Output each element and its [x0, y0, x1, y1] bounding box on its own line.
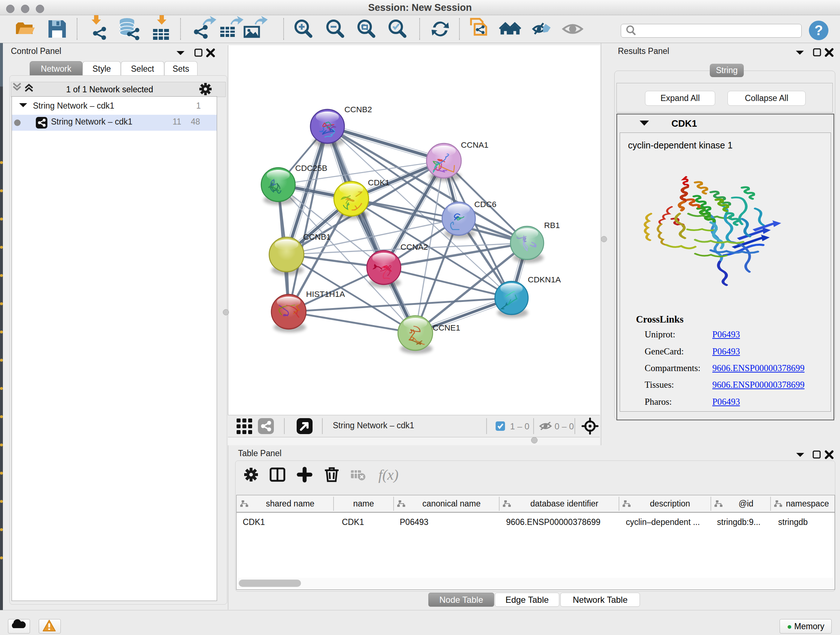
svg-text:CDKN1A: CDKN1A	[528, 275, 561, 284]
svg-text:?: ?	[814, 23, 823, 38]
svg-text:CCNA1: CCNA1	[461, 141, 488, 149]
svg-text:canonical name: canonical name	[422, 499, 480, 508]
svg-text:CDC6: CDC6	[474, 200, 496, 209]
svg-text:CDK1: CDK1	[368, 178, 390, 187]
svg-text:CDK1: CDK1	[243, 517, 265, 527]
svg-text:stringdb:9...: stringdb:9...	[717, 517, 760, 527]
svg-text:HIST1H1A: HIST1H1A	[306, 290, 345, 299]
svg-text:P06493: P06493	[400, 517, 428, 527]
svg-text:0 – 0: 0 – 0	[554, 421, 574, 431]
svg-text:description: description	[650, 499, 690, 508]
svg-text:database identifier: database identifier	[531, 499, 598, 508]
svg-text:CCNB2: CCNB2	[344, 105, 372, 114]
svg-text:shared name: shared name	[266, 499, 314, 508]
svg-text:CDC25B: CDC25B	[295, 164, 327, 173]
svg-text:CCNE1: CCNE1	[433, 323, 460, 333]
svg-text:1 – 0: 1 – 0	[510, 421, 529, 431]
svg-text:CCNA2: CCNA2	[401, 242, 428, 252]
svg-text:cyclin–dependent ...: cyclin–dependent ...	[626, 517, 700, 527]
svg-text:namespace: namespace	[786, 499, 829, 508]
svg-text:f(x): f(x)	[378, 467, 399, 483]
svg-text:stringdb: stringdb	[778, 517, 808, 527]
svg-text:name: name	[353, 499, 374, 508]
svg-text:CDK1: CDK1	[342, 517, 364, 527]
svg-text:9606.ENSP00000378699: 9606.ENSP00000378699	[506, 517, 600, 527]
svg-text:@id: @id	[738, 499, 753, 508]
svg-text:CCNB1: CCNB1	[303, 233, 331, 241]
svg-text:RB1: RB1	[544, 221, 560, 230]
